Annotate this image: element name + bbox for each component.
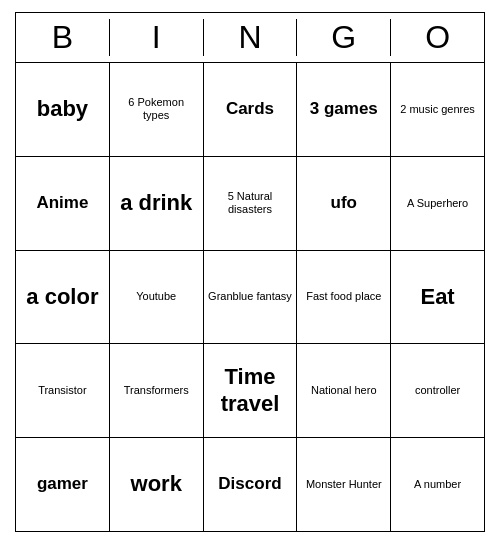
bingo-row-3: TransistorTransformersTime travelNationa… (16, 344, 484, 438)
bingo-cell-4-2: Discord (204, 438, 298, 531)
header-letter-b: B (16, 19, 110, 56)
bingo-cell-4-4: A number (391, 438, 484, 531)
bingo-row-1: Animea drink5 Natural disastersufoA Supe… (16, 157, 484, 251)
bingo-row-2: a colorYoutubeGranblue fantasyFast food … (16, 251, 484, 345)
bingo-cell-2-3: Fast food place (297, 251, 391, 344)
bingo-row-0: baby6 Pokemon typesCards3 games2 music g… (16, 63, 484, 157)
bingo-cell-2-0: a color (16, 251, 110, 344)
bingo-cell-3-3: National hero (297, 344, 391, 437)
bingo-cell-1-2: 5 Natural disasters (204, 157, 298, 250)
bingo-header: BINGO (15, 12, 485, 62)
bingo-cell-0-2: Cards (204, 63, 298, 156)
header-letter-i: I (110, 19, 204, 56)
bingo-cell-2-2: Granblue fantasy (204, 251, 298, 344)
bingo-cell-3-2: Time travel (204, 344, 298, 437)
bingo-cell-4-1: work (110, 438, 204, 531)
bingo-cell-2-4: Eat (391, 251, 484, 344)
bingo-cell-0-4: 2 music genres (391, 63, 484, 156)
bingo-row-4: gamerworkDiscordMonster HunterA number (16, 438, 484, 531)
bingo-cell-1-4: A Superhero (391, 157, 484, 250)
bingo-card: BINGO baby6 Pokemon typesCards3 games2 m… (15, 12, 485, 532)
bingo-grid: baby6 Pokemon typesCards3 games2 music g… (15, 62, 485, 532)
header-letter-n: N (204, 19, 298, 56)
bingo-cell-1-3: ufo (297, 157, 391, 250)
bingo-cell-2-1: Youtube (110, 251, 204, 344)
bingo-cell-1-1: a drink (110, 157, 204, 250)
bingo-cell-4-3: Monster Hunter (297, 438, 391, 531)
header-letter-o: O (391, 19, 484, 56)
bingo-cell-3-1: Transformers (110, 344, 204, 437)
bingo-cell-4-0: gamer (16, 438, 110, 531)
bingo-cell-0-3: 3 games (297, 63, 391, 156)
bingo-cell-3-4: controller (391, 344, 484, 437)
header-letter-g: G (297, 19, 391, 56)
bingo-cell-0-1: 6 Pokemon types (110, 63, 204, 156)
bingo-cell-3-0: Transistor (16, 344, 110, 437)
bingo-cell-0-0: baby (16, 63, 110, 156)
bingo-cell-1-0: Anime (16, 157, 110, 250)
